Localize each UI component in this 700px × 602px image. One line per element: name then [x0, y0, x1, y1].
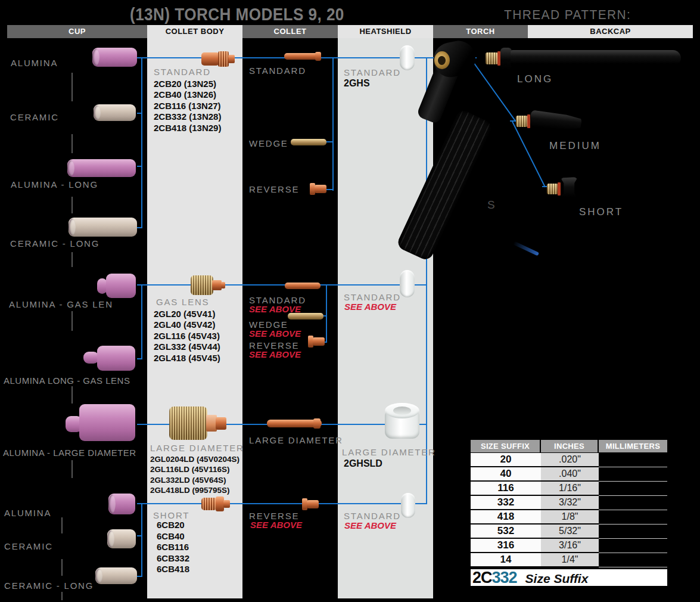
cup-rim: [107, 530, 114, 547]
collet-label-standard: STANDARD: [249, 66, 306, 76]
connector-stub-reverse: [326, 189, 334, 190]
connector-line-collet-group1: [332, 57, 334, 191]
cup-divider-tick: [61, 559, 63, 576]
cup-divider-tick: [71, 311, 73, 331]
size-table-header-millimeters: MILLIMETERS: [599, 440, 667, 452]
collet-image-reverse3: [302, 498, 319, 510]
cup-label-ceramic-long-small: CERAMIC - LONG: [4, 581, 94, 591]
connector-stub-alumina-long-gaslens: [137, 358, 142, 359]
cup-image-alumina-gas-len: [106, 274, 136, 298]
cup-divider-tick: [71, 252, 73, 267]
connector-stub-ceramic-long-small: [137, 576, 142, 577]
heatshield-part-2ghs: 2GHS: [344, 78, 370, 89]
backcap-medium-thread: [516, 116, 528, 127]
connector-line-heatshield-collector: [426, 57, 427, 504]
cup-label-ceramic-long: CERAMIC - LONG: [10, 238, 99, 249]
size-table-row: 418 1/8": [471, 510, 667, 525]
size-suffix-cell: 14: [471, 553, 541, 567]
part-number: 6CB116: [157, 542, 189, 553]
millimeters-cell: [599, 496, 667, 510]
heatshield-image-standard: [400, 45, 415, 70]
cup-divider-tick: [71, 460, 73, 478]
parts-diagram-page: (13N) TORCH MODELS 9, 20 THREAD PATTERN:…: [0, 0, 700, 602]
inches-cell: 1/4": [541, 553, 599, 567]
torch-handle-tip-highlight: [513, 241, 539, 256]
heatshield-image-standard3: [401, 493, 415, 518]
millimeters-cell: [599, 482, 667, 496]
millimeters-cell: [599, 510, 667, 525]
backcap-label-long: LONG: [517, 73, 553, 85]
cup-rim: [94, 105, 101, 120]
size-suffix-cell: 332: [471, 496, 541, 510]
heatshield-part-2ghsld: 2GHSLD: [344, 458, 382, 470]
cup-label-ceramic: CERAMIC: [10, 112, 59, 122]
part-number: 2GL332 (45V44): [154, 342, 220, 353]
heatshield-image-standard2: [400, 270, 415, 297]
cup-image-ceramic-long-small: [95, 567, 137, 584]
cup-rim: [108, 495, 116, 513]
collet-body-label-short: SHORT: [153, 510, 189, 520]
connector-line-cup-group2: [141, 284, 142, 359]
inches-cell: 1/8": [541, 510, 599, 525]
column-header-collet-body: COLLET BODY: [147, 25, 242, 38]
cup-rim: [67, 160, 74, 176]
example-label: Size Suffix: [525, 572, 589, 585]
backcap-long-thread: [486, 52, 498, 64]
size-table-row: 532 5/32": [471, 525, 667, 539]
size-suffix-cell: 116: [471, 482, 541, 496]
thread-pattern-label: THREAD PATTERN:: [504, 7, 631, 23]
example-highlight: 332: [492, 569, 517, 587]
millimeters-cell: [599, 453, 667, 467]
collet-body-image-gas-lens: [191, 275, 225, 295]
heatshield-image-large-diameter: [385, 403, 419, 442]
size-table-row: 40 .040": [471, 467, 667, 482]
cup-image-ceramic: [94, 104, 136, 121]
connector-line-collet-group2: [326, 284, 327, 343]
page-title: (13N) TORCH MODELS 9, 20: [130, 5, 344, 24]
collet-body-label-large-diameter: LARGE DIAMETER: [150, 443, 244, 453]
example-prefix: 2C: [472, 569, 492, 587]
cup-label-alumina-long-gas-lens: ALUMINA LONG - GAS LENS: [4, 376, 130, 386]
part-number: 6CB20: [157, 520, 185, 531]
inches-cell: 5/32": [541, 525, 599, 539]
cup-rim: [69, 219, 76, 235]
column-header-cup: CUP: [7, 25, 147, 38]
backcap-short-thread: [547, 184, 558, 194]
size-suffix-cell: 418: [471, 510, 541, 525]
collet-image-standard: [284, 53, 321, 60]
collet-image-wedge: [291, 139, 326, 145]
collet-label-wedge: WEDGE: [249, 138, 288, 148]
heatshield-note-standard3: SEE ABOVE: [344, 520, 396, 530]
collet-body-image-large-diameter: [169, 406, 229, 440]
collet-image-reverse2: [308, 336, 325, 347]
backcap-short-washer: [558, 182, 561, 196]
cup-rim: [95, 569, 102, 584]
cup-label-alumina-large-diameter: ALUMINA - LARGE DIAMETER: [3, 448, 136, 458]
cup-divider-tick: [71, 386, 73, 404]
part-number: 2CB20 (13N25): [154, 79, 216, 90]
collet-note-reverse3: SEE ABOVE: [250, 520, 302, 530]
part-number: 6CB40: [157, 531, 185, 542]
part-number: 2GL332LD (45V64S): [150, 475, 226, 486]
inches-cell: .040": [541, 467, 599, 482]
cup-label-alumina-gas-len: ALUMINA - GAS LEN: [9, 299, 113, 309]
backcap-label-short: SHORT: [579, 206, 623, 218]
column-header-collet: COLLET: [242, 25, 338, 38]
collet-label-large-diameter: LARGE DIAMETER: [249, 435, 343, 445]
connector-stub-wedge: [325, 141, 334, 142]
part-number: 2CB332 (13N28): [154, 111, 221, 123]
collet-note-reverse2: SEE ABOVE: [249, 349, 301, 359]
part-number: 2GL40 (45V42): [154, 319, 215, 331]
column-header-torch: TORCH: [433, 25, 528, 38]
inches-cell: 3/16": [541, 539, 599, 553]
size-suffix-cell: 316: [471, 539, 541, 553]
heatshield-note-standard2: SEE ABOVE: [344, 302, 396, 312]
part-number: 2GL116LD (45V116S): [150, 464, 230, 475]
torch-stray-letter: S: [487, 198, 495, 212]
cup-image-alumina-long: [67, 159, 136, 177]
size-table-row: 316 3/16": [471, 539, 667, 553]
size-table-row: 14 1/4": [471, 553, 667, 567]
connector-stub-ceramic-small: [137, 535, 142, 536]
size-suffix-cell: 532: [471, 525, 541, 539]
backcap-label-medium: MEDIUM: [549, 140, 601, 152]
